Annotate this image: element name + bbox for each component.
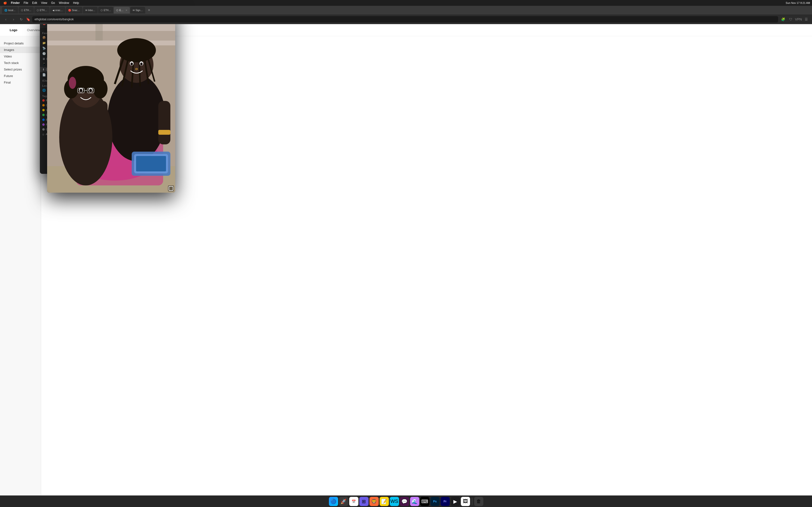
orange-dot — [42, 104, 45, 107]
tabbar: 🌐local… ⬡ETH… ⬡ETH… ◀snac… 🔴Snac… ✉Inbo…… — [0, 6, 406, 14]
sidebar-future[interactable]: Future — [0, 73, 41, 79]
forward-button[interactable]: › — [11, 16, 16, 22]
menu-window[interactable]: Window — [57, 0, 71, 6]
menu-view[interactable]: View — [40, 0, 49, 6]
sidebar-project-details[interactable]: Project details — [0, 40, 41, 47]
svg-point-7 — [108, 74, 165, 161]
svg-point-32 — [89, 89, 92, 92]
clock-icon: 🕐 — [42, 52, 46, 55]
sidebar-final[interactable]: Final — [0, 79, 41, 86]
purple-dot — [42, 123, 45, 126]
sidebar-images[interactable]: Images — [0, 47, 41, 53]
url-text: ethglobal.com/events/bangkok — [35, 18, 74, 21]
addressbar: ‹ › ↻ 🔖 ethglobal.com/events/bangkok 🧩 🛡… — [0, 14, 406, 24]
tab-3[interactable]: ⬡ETH… — [34, 7, 50, 13]
gray-dot — [42, 128, 45, 131]
svg-point-31 — [80, 89, 83, 92]
svg-rect-23 — [158, 130, 170, 135]
refresh-button[interactable]: ↻ — [18, 16, 24, 22]
sidebar-select-prizes[interactable]: Select prizes — [0, 66, 41, 73]
svg-rect-21 — [158, 101, 170, 145]
svg-point-18 — [131, 62, 133, 65]
blue-dot — [42, 119, 45, 121]
svg-point-36 — [69, 77, 76, 89]
yellow-dot — [42, 109, 45, 111]
site-logo: Logo — [10, 28, 17, 32]
nav-overview[interactable]: Overview — [27, 28, 40, 32]
apple-menu[interactable]: 🍎 — [2, 0, 8, 6]
all-tags-icon: ◎ — [42, 133, 45, 136]
documents-icon: 📄 — [42, 73, 46, 76]
tab-8-active[interactable]: ⬡E…✕ — [114, 7, 130, 13]
menu-go[interactable]: Go — [50, 0, 57, 6]
tab-1[interactable]: 🌐local… — [2, 7, 18, 13]
network-icon: 🌐 — [42, 89, 46, 92]
address-bar[interactable]: ethglobal.com/events/bangkok — [32, 16, 406, 22]
ql-photo-area — [47, 16, 175, 193]
menu-edit[interactable]: Edit — [31, 0, 39, 6]
menubar: 🍎 Finder File Edit View Go Window Help S… — [0, 0, 406, 6]
photo-svg — [47, 16, 175, 193]
svg-rect-39 — [136, 156, 166, 171]
back-button[interactable]: ‹ — [3, 16, 9, 22]
folder-icon: 📁 — [42, 41, 46, 45]
menu-finder[interactable]: Finder — [9, 0, 21, 6]
apps-icon: 📱 — [42, 62, 46, 66]
tab-7[interactable]: ⬡ETH… — [98, 7, 113, 13]
desktop-icon: 🖥 — [42, 57, 45, 61]
airdrop-icon: 📡 — [42, 47, 46, 50]
red-dot — [42, 99, 45, 102]
svg-point-28 — [93, 79, 108, 99]
tab-add-button[interactable]: + — [146, 7, 152, 13]
tab-2[interactable]: ⬡ETH… — [18, 7, 34, 13]
menu-file[interactable]: File — [22, 0, 30, 6]
green-dot — [42, 114, 45, 116]
dropbox-icon: 📦 — [42, 36, 46, 39]
tab-9[interactable]: ✉Sign… — [130, 7, 145, 13]
sidebar-video[interactable]: Video — [0, 53, 41, 60]
tab-6[interactable]: ✉Inbo… — [83, 7, 98, 13]
tab-close-icon[interactable]: ✕ — [125, 9, 128, 12]
left-sidebar: Project details Images Video Tech stack … — [0, 36, 41, 253]
svg-rect-2 — [47, 31, 175, 41]
menu-help[interactable]: Help — [71, 0, 81, 6]
bookmark-icon[interactable]: 🔖 — [26, 17, 30, 21]
quicklook-window: H IMG_2414.HEIC Open with Preview ⬆ ⋯ — [47, 7, 175, 193]
tab-4[interactable]: ◀snac… — [50, 7, 65, 13]
sidebar-tech-stack[interactable]: Tech stack — [0, 60, 41, 66]
tab-5[interactable]: 🔴Snac… — [66, 7, 83, 13]
svg-point-19 — [140, 62, 143, 65]
downloads-icon: ⬇ — [42, 68, 45, 71]
